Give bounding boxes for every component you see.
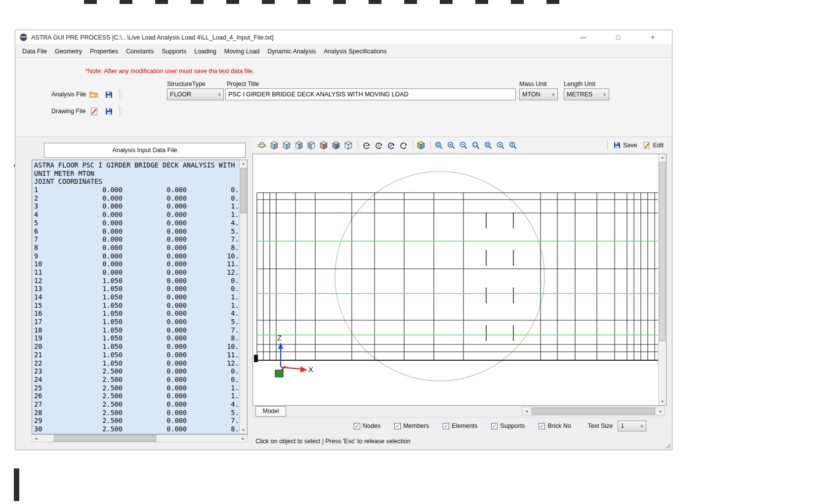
checkbox-label: Elements xyxy=(452,422,477,429)
separator xyxy=(119,89,120,99)
axis-triad: Z X xyxy=(275,334,313,377)
view-back-icon[interactable] xyxy=(318,140,329,151)
display-checkbox[interactable]: ✓ Elements xyxy=(443,422,477,429)
pencil-icon xyxy=(643,141,651,149)
save-drawing-file-button[interactable] xyxy=(102,105,115,117)
checkbox-label: Nodes xyxy=(363,422,380,429)
menu-tab[interactable]: Data File xyxy=(18,48,51,55)
menu-tab[interactable]: Geometry xyxy=(51,48,86,55)
data-file-line: UNIT METER MTON xyxy=(34,169,240,178)
minimize-button[interactable]: — xyxy=(571,30,596,45)
zoom-previous-icon[interactable] xyxy=(495,140,506,151)
open-drawing-file-button[interactable] xyxy=(87,105,100,117)
display-checkbox[interactable]: ✓ Nodes xyxy=(354,422,380,429)
rotate-x-icon[interactable] xyxy=(361,140,372,151)
checkbox-label: Members xyxy=(403,422,429,429)
scrollbar-thumb[interactable] xyxy=(532,408,655,415)
project-title-input[interactable] xyxy=(225,88,516,100)
zoom-extents-icon[interactable] xyxy=(470,140,481,151)
view-side-icon[interactable] xyxy=(306,140,317,151)
check-icon: ✓ xyxy=(444,423,448,429)
canvas-vertical-scrollbar[interactable]: ▲ ▼ xyxy=(658,154,666,405)
zoom-window-icon[interactable] xyxy=(433,140,444,151)
analysis-file-label: Analysis File xyxy=(51,91,86,98)
checkbox-label: Supports xyxy=(500,422,525,429)
data-file-line: 23 2.500 0.000 0.000 xyxy=(34,367,240,376)
dashed-lane-lines xyxy=(486,212,513,358)
zoom-in-icon[interactable] xyxy=(446,140,457,151)
text-size-select[interactable]: 1 ∨ xyxy=(618,420,646,431)
menu-tab[interactable]: Properties xyxy=(86,48,122,55)
rotate-z-icon[interactable] xyxy=(385,140,396,151)
scrollbar-thumb[interactable] xyxy=(54,435,156,442)
save-view-button[interactable]: Save xyxy=(610,139,640,151)
length-unit-select[interactable]: METRES ∨ xyxy=(564,88,609,100)
scroll-up-icon[interactable]: ▲ xyxy=(659,154,666,161)
data-file-lines: ASTRA FLOOR PSC I GIRDER BRIDGE DECK ANA… xyxy=(34,161,240,434)
canvas-horizontal-scrollbar[interactable]: ◄ ► xyxy=(522,407,665,416)
display-checkbox[interactable]: ✓ Brick No xyxy=(539,422,571,429)
resize-grip[interactable] xyxy=(665,443,670,448)
separator xyxy=(358,140,358,150)
checkbox-box: ✓ xyxy=(443,423,449,429)
scroll-left-icon[interactable]: ◄ xyxy=(32,437,40,440)
maximize-button[interactable]: □ xyxy=(606,30,630,45)
textarea-vertical-scrollbar[interactable]: ▲ ▼ xyxy=(239,160,247,434)
mass-unit-select[interactable]: MTON ∨ xyxy=(519,88,558,100)
highlighted-members xyxy=(257,241,661,335)
save-icon xyxy=(105,90,113,99)
window-controls: — □ × xyxy=(571,30,672,45)
display-options-row: ✓ Nodes ✓ Members ✓ Elements ✓ Supports … xyxy=(252,419,667,433)
scrollbar-thumb[interactable] xyxy=(240,168,247,213)
view-top-icon[interactable] xyxy=(281,140,292,151)
checkbox-label: Brick No xyxy=(547,422,571,429)
orbit-view-icon[interactable] xyxy=(256,140,267,151)
text-size-label: Text Size xyxy=(588,422,613,429)
scroll-down-icon[interactable]: ▼ xyxy=(659,398,666,405)
edit-view-button[interactable]: Edit xyxy=(640,139,667,151)
menu-tab[interactable]: Moving Load xyxy=(220,48,264,55)
view-front-icon[interactable] xyxy=(293,140,304,151)
titlebar[interactable]: ASTRA GUI PRE PROCESS [C:\...\Live Load … xyxy=(15,30,672,45)
scroll-left-icon[interactable]: ◄ xyxy=(523,410,531,413)
display-checkbox[interactable]: ✓ Members xyxy=(394,422,429,429)
save-analysis-file-button[interactable] xyxy=(102,88,115,100)
menu-tab[interactable]: Constants xyxy=(122,48,158,55)
chevron-down-icon: ∨ xyxy=(215,92,221,97)
view-perspective-icon[interactable] xyxy=(343,140,354,151)
rotate-y-icon[interactable] xyxy=(373,140,384,151)
textarea-horizontal-scrollbar[interactable]: ◄ ► xyxy=(32,434,248,442)
view-iso-icon[interactable] xyxy=(269,140,280,151)
scroll-down-icon[interactable]: ▼ xyxy=(240,427,247,434)
folder-open-icon xyxy=(89,90,98,99)
view-bottom-icon[interactable] xyxy=(331,140,341,151)
rotate-free-icon[interactable] xyxy=(398,140,409,151)
drawing-file-label: Drawing File xyxy=(51,108,85,115)
zoom-out-icon[interactable] xyxy=(458,140,469,151)
menu-tab[interactable]: Dynamic Analysis xyxy=(263,48,320,55)
model-canvas[interactable]: Z X ▲ ▼ xyxy=(252,154,667,406)
menu-tab[interactable]: Loading xyxy=(190,48,220,55)
zoom-all-icon[interactable] xyxy=(483,140,494,151)
separator xyxy=(119,106,120,116)
zoom-realtime-icon[interactable] xyxy=(507,140,518,151)
data-file-line: 26 2.500 0.000 1.250 xyxy=(34,392,240,400)
data-file-line: 22 1.050 0.000 12.000 xyxy=(34,359,240,368)
tab-model[interactable]: Model xyxy=(255,406,286,417)
structure-type-select[interactable]: FLOOR ∨ xyxy=(167,88,224,100)
menu-tab[interactable]: Supports xyxy=(158,48,190,55)
analysis-data-textarea[interactable]: ASTRA FLOOR PSC I GIRDER BRIDGE DECK ANA… xyxy=(32,160,248,434)
open-analysis-file-button[interactable] xyxy=(87,88,100,100)
data-file-line: 14 1.050 0.000 1.100 xyxy=(34,293,240,301)
render-shaded-icon[interactable] xyxy=(416,140,426,151)
display-checkbox[interactable]: ✓ Supports xyxy=(491,422,525,429)
scroll-right-icon[interactable]: ► xyxy=(657,410,665,413)
menu-tab[interactable]: Analysis Specifications xyxy=(320,48,390,55)
data-file-line: 18 1.050 0.000 7.500 xyxy=(34,326,240,335)
scroll-up-icon[interactable]: ▲ xyxy=(240,160,247,167)
checkbox-box: ✓ xyxy=(539,423,545,429)
scroll-right-icon[interactable]: ► xyxy=(239,437,247,440)
checkbox-box: ✓ xyxy=(354,423,360,429)
close-button[interactable]: × xyxy=(640,30,665,45)
scrollbar-thumb[interactable] xyxy=(659,162,666,341)
